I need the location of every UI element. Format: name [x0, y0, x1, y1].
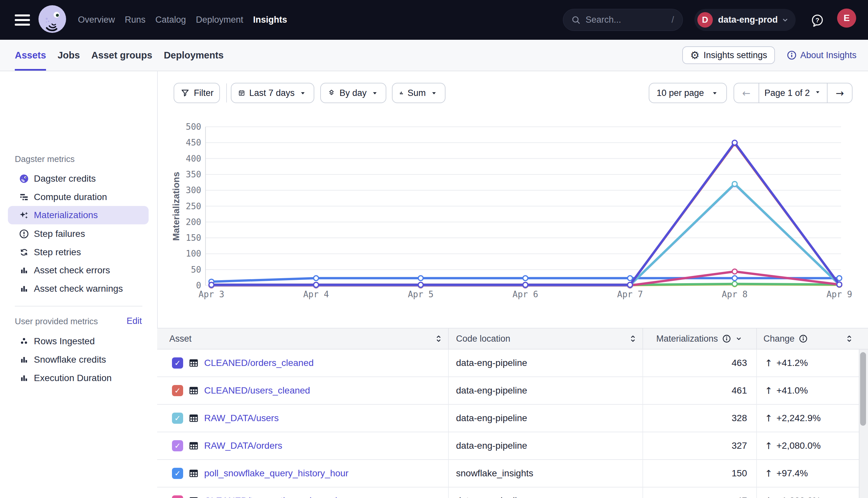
x-tick-label: Apr 8 [722, 289, 747, 299]
search-icon [571, 15, 581, 25]
sidebar-item-compute-duration[interactable]: Compute duration [8, 188, 149, 206]
user-avatar[interactable]: E [837, 9, 856, 28]
asset-checkbox[interactable]: ✓ [172, 385, 183, 396]
y-tick-label: 300 [186, 185, 201, 195]
series-line-RAW_DATA/orders [212, 184, 839, 285]
materializations-value: 150 [642, 460, 756, 487]
search-input[interactable]: Search... / [563, 9, 683, 31]
sidebar-item-step-failures[interactable]: Step failures [8, 225, 149, 243]
y-tick-label: 450 [186, 137, 201, 147]
data-point [209, 283, 214, 287]
nav-item-insights[interactable]: Insights [253, 15, 288, 25]
y-tick-label: 100 [186, 249, 201, 259]
asset-checkbox[interactable]: ✓ [172, 412, 183, 424]
sidebar-item-asset-check-warnings[interactable]: Asset check warnings [8, 279, 149, 298]
per-page-dropdown[interactable]: 10 per page [649, 83, 727, 103]
change-value: +1,233.3% [776, 496, 821, 498]
info-icon [787, 50, 797, 61]
date-range-dropdown[interactable]: Last 7 days [231, 83, 314, 103]
data-point [314, 283, 319, 287]
materializations-value: 463 [642, 350, 756, 377]
sidebar-item-materializations[interactable]: Materializations [8, 206, 149, 224]
sidebar-item-execution-duration[interactable]: Execution Duration [8, 369, 149, 387]
bar-chart-icon [19, 373, 29, 383]
asset-link[interactable]: CLEANED/users_cleaned [204, 385, 310, 396]
sort-icon[interactable] [434, 334, 444, 344]
tab-asset-groups[interactable]: Asset groups [91, 40, 152, 70]
filter-button[interactable]: Filter [174, 83, 220, 103]
aggregation-dropdown[interactable]: Sum [392, 83, 446, 103]
help-icon[interactable]: ? [810, 13, 825, 28]
nav-item-catalog[interactable]: Catalog [155, 15, 186, 25]
data-point [418, 283, 423, 287]
calendar-icon [238, 88, 245, 98]
svg-text:?: ? [815, 17, 819, 24]
dagster-logo-icon[interactable] [37, 4, 68, 36]
sort-icon[interactable] [628, 334, 638, 344]
table-row: ✓ RAW_DATA/orders data-eng-pipeline 327 … [157, 432, 868, 460]
asset-checkbox[interactable]: ✓ [172, 495, 183, 498]
asset-link[interactable]: poll_snowflake_query_history_hour [204, 468, 348, 479]
materializations-value: 461 [642, 377, 756, 404]
prev-page-button[interactable]: ← [734, 83, 758, 103]
change-value: +97.4% [776, 468, 808, 479]
y-tick-label: 350 [186, 170, 201, 179]
top-nav: Overview Runs Catalog Deployment Insight… [0, 0, 868, 40]
pagination-control: ← Page 1 of 2 → [733, 83, 853, 103]
asset-checkbox[interactable]: ✓ [172, 440, 183, 451]
table-grid-icon [188, 468, 199, 479]
dagster-insights-page: Overview Runs Catalog Deployment Insight… [0, 0, 868, 498]
x-tick-label: Apr 4 [303, 289, 329, 299]
asset-link[interactable]: RAW_DATA/users [204, 413, 279, 423]
tab-assets[interactable]: Assets [15, 40, 46, 70]
sidebar-item-dagster-credits[interactable]: Dagster credits [8, 170, 149, 188]
sidebar-item-snowflake-credits[interactable]: Snowflake credits [8, 351, 149, 369]
asset-checkbox[interactable]: ✓ [172, 357, 183, 369]
duration-icon [19, 192, 29, 202]
asset-link[interactable]: CLEANED/transactions_cleaned [204, 496, 337, 498]
asset-link[interactable]: RAW_DATA/orders [204, 441, 282, 451]
left-arrow-icon: ← [742, 87, 750, 99]
nav-item-runs[interactable]: Runs [125, 15, 146, 25]
data-point [732, 276, 737, 280]
sidebar-item-asset-check-errors[interactable]: Asset check errors [8, 261, 149, 279]
materializations-value: 327 [642, 432, 756, 459]
search-shortcut-hint: / [672, 15, 674, 25]
tab-deployments[interactable]: Deployments [164, 40, 224, 70]
sparkles-icon [19, 210, 29, 220]
asset-link[interactable]: CLEANED/orders_cleaned [204, 358, 314, 368]
bar-chart-icon [19, 265, 29, 276]
data-point [732, 281, 737, 286]
edit-metrics-link[interactable]: Edit [127, 316, 142, 326]
nav-item-overview[interactable]: Overview [78, 15, 115, 25]
insights-settings-button[interactable]: ⚙ Insights settings [682, 46, 775, 64]
data-point [732, 181, 737, 186]
granularity-dropdown[interactable]: By day [320, 83, 386, 103]
page-selector-dropdown[interactable]: Page 1 of 2 [758, 83, 827, 103]
tab-jobs[interactable]: Jobs [58, 40, 80, 70]
alert-circle-icon [19, 228, 29, 239]
caret-down-icon [371, 89, 379, 97]
code-location-value: data-eng-pipeline [448, 487, 642, 498]
data-point [837, 276, 842, 280]
scrollbar-thumb[interactable] [860, 352, 866, 426]
about-insights-link[interactable]: About Insights [787, 46, 856, 64]
up-arrow-icon: ↑ [765, 441, 772, 451]
info-icon[interactable] [799, 334, 808, 343]
info-icon[interactable] [722, 334, 731, 343]
nav-item-deployment[interactable]: Deployment [196, 15, 243, 25]
table-grid-icon [188, 385, 199, 396]
sidebar-item-rows-ingested[interactable]: Rows Ingested [8, 332, 149, 351]
x-tick-label: Apr 5 [408, 289, 433, 299]
sort-icon[interactable] [844, 334, 854, 344]
org-switcher[interactable]: D data-eng-prod [694, 9, 796, 31]
table-header: Asset Code location Materializations Cha… [157, 328, 868, 350]
asset-checkbox[interactable]: ✓ [172, 468, 183, 479]
sidebar-item-step-retries[interactable]: Step retries [8, 243, 149, 261]
change-value: +41.2% [776, 358, 808, 368]
caret-down-icon[interactable] [735, 335, 743, 343]
bar-chart-icon [19, 284, 29, 294]
hamburger-menu-icon[interactable] [15, 14, 30, 26]
up-arrow-icon: ↑ [765, 385, 772, 396]
next-page-button[interactable]: → [827, 83, 852, 103]
